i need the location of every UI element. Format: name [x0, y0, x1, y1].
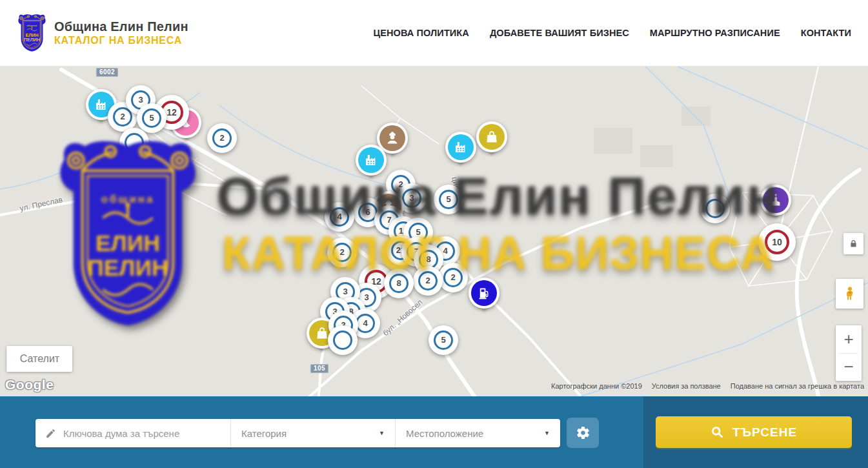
zoom-in-button[interactable]: + [836, 325, 862, 353]
attribution-report-error-link[interactable]: Подаване на сигнал за грешка в картата [731, 382, 864, 390]
map-pin-fuel[interactable] [469, 278, 500, 309]
municipality-shield-icon: община ЕЛИН ПЕЛИН [17, 14, 47, 52]
cluster-marker[interactable]: 2 [413, 266, 443, 296]
map-pin-factory[interactable] [445, 132, 476, 163]
site-title-line1: Община Елин Пелин [54, 19, 188, 34]
category-dropdown-value: Категория [241, 428, 287, 439]
search-icon [711, 425, 724, 439]
pencil-icon [45, 428, 56, 439]
cluster-marker[interactable]: 2 [438, 263, 468, 292]
pegman-icon [842, 286, 858, 301]
zoom-control: + − [836, 325, 862, 381]
keyword-field [35, 419, 230, 447]
pegman-streetview-button[interactable] [836, 279, 863, 309]
map-canvas[interactable]: 6002 105 ул. Преслав бул. „Новосел ция 2… [0, 66, 868, 396]
zoom-out-button[interactable]: − [836, 354, 862, 382]
main-nav: ЦЕНОВА ПОЛИТИКА ДОБАВЕТЕ ВАШИЯТ БИЗНЕС М… [374, 28, 851, 38]
keyword-search-input[interactable] [63, 428, 230, 439]
cluster-marker[interactable]: 5 [434, 185, 463, 214]
site-title-line2: КАТАЛОГ НА БИЗНЕСА [54, 35, 188, 46]
cluster-marker[interactable]: 8 [384, 269, 414, 298]
search-fields: Категория ▼ Местоположение ▼ [35, 419, 560, 447]
category-dropdown[interactable]: Категория ▼ [230, 419, 395, 447]
cluster-marker[interactable] [328, 325, 358, 355]
location-dropdown[interactable]: Местоположение ▼ [395, 419, 560, 447]
advanced-settings-button[interactable] [567, 418, 599, 448]
cluster-marker[interactable]: 5 [429, 325, 458, 355]
nav-route-schedule[interactable]: МАРШРУТНО РАЗПИСАНИЕ [650, 28, 780, 38]
cluster-marker[interactable]: 2 [327, 238, 357, 267]
chevron-down-icon: ▼ [544, 430, 550, 436]
markers-layer: 23125223564713522174822128338343510 [0, 66, 868, 396]
cluster-marker[interactable] [119, 128, 149, 158]
map-attribution: Картографски данни ©2019 Условия за полз… [551, 382, 864, 390]
map-pin-factory[interactable] [356, 145, 387, 176]
cluster-marker[interactable]: 4 [325, 202, 354, 232]
nav-contacts[interactable]: КОНТАКТИ [801, 28, 851, 38]
page: община ЕЛИН ПЕЛИН Община Елин Пелин КАТА… [0, 0, 868, 468]
search-submit-button[interactable]: ТЪРСЕНЕ [656, 416, 852, 448]
cluster-marker[interactable]: 5 [137, 103, 167, 133]
map-type-satellite-button[interactable]: Сателит [6, 346, 72, 372]
search-bar: Категория ▼ Местоположение ▼ ТЪРСЕНЕ [0, 396, 868, 468]
map-type-control: Карта Сателит [6, 346, 72, 372]
lock-icon [849, 239, 858, 249]
header: община ЕЛИН ПЕЛИН Община Елин Пелин КАТА… [0, 0, 868, 66]
map-pin-church[interactable] [760, 185, 791, 216]
site-logo[interactable]: община ЕЛИН ПЕЛИН Община Елин Пелин КАТА… [17, 14, 188, 52]
google-logo[interactable]: Google [5, 377, 54, 392]
nav-add-your-business[interactable]: ДОБАВЕТЕ ВАШИЯТ БИЗНЕС [490, 28, 629, 38]
svg-text:ПЕЛИН: ПЕЛИН [24, 37, 40, 43]
chevron-down-icon: ▼ [379, 430, 385, 436]
attribution-terms-link[interactable]: Условия за ползване [652, 382, 721, 390]
cluster-marker[interactable]: 10 [758, 223, 796, 261]
map-pin-bag[interactable] [476, 121, 507, 152]
lock-button[interactable] [843, 233, 863, 254]
gear-icon [576, 425, 590, 440]
cluster-marker[interactable]: 2 [207, 123, 237, 153]
location-dropdown-value: Местоположение [406, 428, 483, 439]
search-button-label: ТЪРСЕНЕ [732, 425, 797, 440]
site-title: Община Елин Пелин КАТАЛОГ НА БИЗНЕСА [54, 19, 188, 46]
attribution-copyright: Картографски данни ©2019 [551, 382, 642, 390]
nav-pricing-policy[interactable]: ЦЕНОВА ПОЛИТИКА [374, 28, 469, 38]
cluster-marker[interactable] [700, 194, 730, 223]
